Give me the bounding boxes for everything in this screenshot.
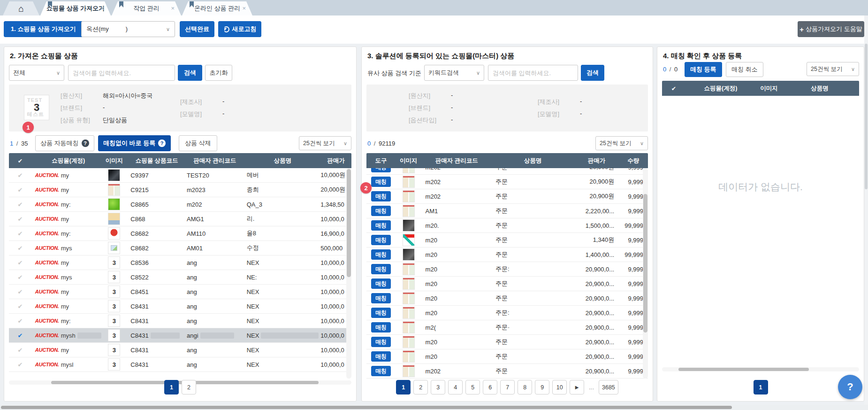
page-button[interactable]: 5 [465,380,480,395]
row-checkbox[interactable]: ✔ [9,259,31,266]
match-button[interactable]: 매칭 [371,366,391,376]
import-help-button[interactable]: + 상품가져오기 도움말 [798,21,864,37]
match-button[interactable]: 매칭 [371,168,391,172]
page-button[interactable]: 10 [552,380,567,395]
table-row[interactable]: ✔ AUCTION. my 3 C8536 [9,255,351,270]
panel3-search-button[interactable]: 검색 [581,65,604,81]
close-icon[interactable]: × [242,5,246,11]
table-row[interactable]: 매칭 m20 주문 20,90 [366,349,648,364]
match-button[interactable]: 매칭 [371,220,391,231]
page-button[interactable]: 9 [535,380,549,395]
table-row[interactable]: ✔ AUCTION. my: C8682 [9,226,351,241]
table-row[interactable]: 매칭 m20 주문 20,90 [366,277,648,291]
scrollbar-thumb[interactable] [678,368,809,371]
page-button[interactable]: 2 [413,380,428,395]
scrollbar-thumb[interactable] [865,44,868,189]
scrollbar-thumb[interactable] [1,406,732,409]
row-checkbox[interactable]: ✔ [9,172,31,179]
table-row[interactable]: 매칭 m202 주문 20,9 [366,189,648,204]
panel2-search-button[interactable]: 검색 [178,65,202,81]
tab-shop-product-import[interactable]: 쇼핑몰 상품 가져오기 × [40,1,111,15]
row-checkbox[interactable]: ✔ [9,347,31,354]
panel3-vertical-scrollbar[interactable] [643,168,648,379]
table-row[interactable]: 매칭 AM1 주문 2,220 [366,204,648,218]
column-check[interactable]: ✔ [9,153,31,168]
panel2-search-input[interactable] [68,65,175,81]
panel2-per-page-select[interactable]: 25건씩 보기 ∨ [299,136,351,150]
page-button[interactable]: 2 [182,380,196,395]
close-icon[interactable]: × [100,5,104,11]
register-without-match-button[interactable]: 매칭없이 바로 등록 ? [98,135,171,151]
panel2-vertical-scrollbar[interactable] [346,168,351,379]
match-button[interactable]: 매칭 [371,235,391,245]
row-checkbox[interactable]: ✔ [9,186,31,193]
match-button[interactable]: 매칭 [371,293,391,303]
match-button[interactable]: 매칭 [371,177,391,187]
table-row[interactable]: ✔ AUCTION. my 3 C8431 [9,299,351,314]
row-checkbox[interactable]: ✔ [9,216,31,223]
panel2-reset-button[interactable]: 초기화 [205,65,232,81]
last-page-button[interactable]: 3685 [599,380,618,395]
page-button[interactable]: 7 [500,380,515,395]
tab-online-product-management[interactable]: 온라인 상품 관리 × [182,1,252,15]
table-row[interactable]: 매칭 m202 주문 20,9 [366,364,648,379]
table-row[interactable]: ✔ AUCTION. my: 3 C8431 [9,314,351,328]
panel4-horizontal-scrollbar[interactable] [662,367,859,371]
row-checkbox[interactable]: ✔ [9,230,31,237]
panel3-per-page-select[interactable]: 25건씩 보기 ∨ [595,136,648,150]
panel4-per-page-select[interactable]: 25건씩 보기 ∨ [807,62,859,76]
delete-product-button[interactable]: 상품 삭제 [179,135,217,151]
page-button[interactable]: 3 [431,380,445,395]
match-button[interactable]: 매칭 [371,337,391,347]
row-checkbox[interactable]: ✔ [9,303,31,310]
match-button[interactable]: 매칭 [371,206,391,216]
match-button[interactable]: 매칭 [371,278,391,289]
page-button[interactable]: 1 [396,380,411,395]
match-button[interactable]: 매칭 [371,351,391,362]
table-row[interactable]: ✔ AUCTION. mys 3 C8522 [9,270,351,285]
row-checkbox[interactable]: ✔ [9,361,31,368]
table-row[interactable]: 매칭 m20 주문 20,90 [366,291,648,306]
table-row[interactable]: 매칭 m20 주문 1,340 [366,233,648,248]
row-checkbox[interactable]: ✔ [9,245,31,252]
tab-job-management[interactable]: 작업 관리 × [112,1,181,15]
close-icon[interactable]: × [171,5,175,11]
table-row[interactable]: ✔ AUCTION. mys C8682 [9,241,351,255]
scrollbar-thumb[interactable] [643,194,647,333]
question-icon[interactable]: ? [158,139,166,147]
match-register-button[interactable]: 매칭 등록 [685,62,722,77]
match-cancel-button[interactable]: 매칭 취소 [726,62,763,77]
row-checkbox[interactable]: ✔ [9,274,31,281]
table-row[interactable]: ✔ AUCTION. my C9215 [9,183,351,197]
page-button[interactable]: 1 [164,380,179,395]
match-button[interactable]: 매칭 [371,322,391,333]
select-complete-button[interactable]: 선택완료 [180,21,214,37]
table-row[interactable]: ✔ AUCTION. mysh 3 C8431 [9,328,351,343]
table-row[interactable]: ✔ AUCTION. my C9397 [9,168,351,183]
page-button[interactable]: 1 [754,380,768,395]
match-button[interactable]: 매칭 [371,308,391,318]
match-button[interactable]: 매칭 [371,249,391,260]
table-row[interactable]: 매칭 m20 주문: 20,9 [366,262,648,277]
table-row[interactable]: 매칭 m2( 주문· 20,9 [366,320,648,335]
page-button[interactable]: 4 [448,380,463,395]
table-row[interactable]: ✔ AUCTION. mysl 3 C8431 [9,357,351,372]
page-button[interactable]: 6 [483,380,497,395]
search-type-select[interactable]: 키워드검색 ∨ [424,65,484,81]
shop-product-import-button[interactable]: 1. 쇼핑몰 상품 가져오기 [4,21,83,37]
account-select[interactable]: 옥션(my ) ∨ [81,21,175,37]
match-button[interactable]: 매칭 [371,264,391,274]
question-icon[interactable]: ? [82,139,89,147]
auto-match-button[interactable]: 상품 자동매칭 ? [35,135,94,151]
page-vertical-scrollbar[interactable] [864,15,868,405]
table-row[interactable]: ✔ AUCTION. my: C8865 [9,197,351,212]
page-horizontal-scrollbar[interactable] [0,405,868,410]
tab-home[interactable]: ⌂ [3,1,39,15]
table-row[interactable]: 매칭 m202 주문 20,9 [366,168,648,175]
refresh-button[interactable]: 새로고침 [218,21,261,37]
panel2-filter-select[interactable]: 전체 ∨ [9,65,64,81]
table-row[interactable]: ✔ AUCTION. my C868 [9,212,351,226]
table-row[interactable]: ✔ AUCTION. my 3 C8431 [9,343,351,357]
table-row[interactable]: 매칭 m20. 주문 1,50 [366,218,648,233]
column-check[interactable]: ✔ [662,81,685,96]
